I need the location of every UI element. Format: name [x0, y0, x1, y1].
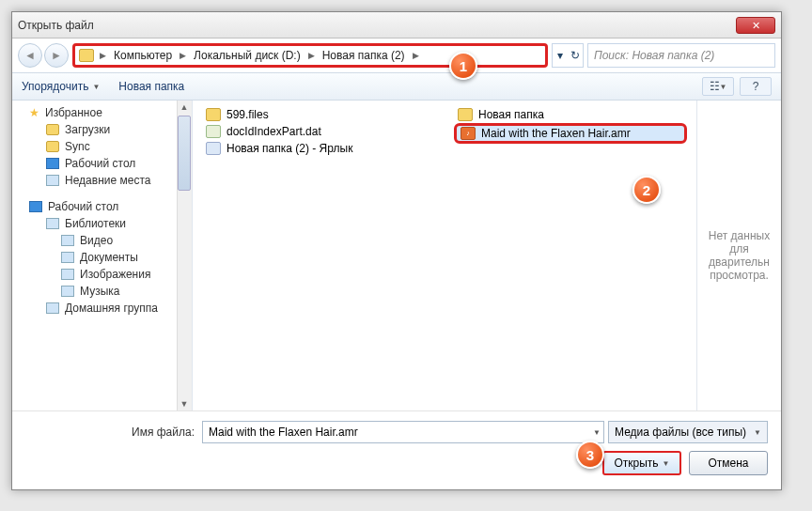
- address-controls: ▾ ↻: [552, 43, 584, 68]
- sidebar-video[interactable]: Видео: [12, 232, 192, 249]
- cancel-button[interactable]: Отмена: [689, 451, 768, 475]
- scroll-up-icon[interactable]: ▲: [178, 101, 191, 114]
- sidebar-homegroup[interactable]: Домашняя группа: [12, 300, 192, 317]
- help-button[interactable]: ?: [740, 77, 772, 96]
- nav-buttons: ◄ ►: [18, 43, 69, 68]
- preview-pane: Нет данных для дварительн просмотра.: [696, 101, 781, 410]
- sidebar-documents[interactable]: Документы: [12, 249, 192, 266]
- view-options-button[interactable]: ☷ ▼: [702, 77, 734, 96]
- folder-icon: [458, 108, 473, 121]
- chevron-down-icon: ▼: [754, 428, 761, 437]
- chevron-right-icon: ▶: [306, 51, 317, 60]
- pictures-icon: [61, 269, 74, 280]
- homegroup-icon: [46, 302, 59, 314]
- shortcut-icon: [206, 142, 221, 155]
- crumb-folder[interactable]: Новая папка (2): [320, 47, 407, 64]
- dat-file-icon: [206, 125, 221, 138]
- close-button[interactable]: ✕: [736, 17, 775, 34]
- dropdown-icon[interactable]: ▾: [553, 44, 568, 67]
- sidebar-pictures[interactable]: Изображения: [12, 266, 192, 283]
- annotation-badge-3: 3: [576, 441, 604, 469]
- refresh-icon[interactable]: ↻: [568, 44, 583, 67]
- file-column-2: Новая папка ♪Maid with the Flaxen Hair.a…: [445, 101, 696, 410]
- sidebar-libraries[interactable]: Библиотеки: [12, 215, 192, 232]
- file-item[interactable]: Новая папка: [454, 106, 687, 123]
- folder-icon: [206, 108, 221, 121]
- sidebar-music[interactable]: Музыка: [12, 283, 192, 300]
- desktop-icon: [29, 201, 42, 212]
- file-column-1: 599.files docIdIndexPart.dat Новая папка…: [193, 101, 445, 410]
- file-item[interactable]: Новая папка (2) - Ярлык: [202, 140, 435, 157]
- documents-icon: [61, 252, 74, 263]
- sidebar-favorites[interactable]: ★Избранное: [12, 104, 192, 121]
- sidebar-scrollbar[interactable]: ▲ ▼: [177, 101, 192, 410]
- sidebar-downloads[interactable]: Загрузки: [12, 121, 192, 138]
- amr-file-icon: ♪: [461, 127, 476, 140]
- crumb-computer[interactable]: Компьютер: [112, 47, 174, 64]
- nav-row: ◄ ► ▶ Компьютер ▶ Локальный диск (D:) ▶ …: [12, 39, 781, 72]
- star-icon: ★: [29, 106, 39, 119]
- recent-icon: [46, 175, 59, 186]
- library-icon: [46, 218, 59, 229]
- open-button[interactable]: Открыть ▼: [602, 451, 681, 475]
- new-folder-button[interactable]: Новая папка: [118, 80, 184, 93]
- dialog-body: ★Избранное Загрузки Sync Рабочий стол Не…: [12, 101, 781, 410]
- toolbar: Упорядочить ▼ Новая папка ☷ ▼ ?: [12, 72, 781, 101]
- filename-row: Имя файла: ▼ Медиа файлы (все типы)▼: [25, 421, 768, 443]
- chevron-right-icon: ▶: [98, 51, 108, 60]
- annotation-badge-1: 1: [449, 52, 477, 80]
- search-placeholder: Поиск: Новая папка (2): [594, 49, 714, 62]
- back-button[interactable]: ◄: [18, 43, 42, 68]
- computer-icon: [79, 49, 94, 62]
- scroll-thumb[interactable]: [178, 116, 191, 191]
- window-title: Открыть файл: [18, 19, 736, 32]
- sidebar: ★Избранное Загрузки Sync Рабочий стол Не…: [12, 101, 193, 410]
- titlebar: Открыть файл ✕: [12, 12, 781, 39]
- file-item[interactable]: docIdIndexPart.dat: [202, 123, 435, 140]
- forward-button[interactable]: ►: [44, 43, 69, 68]
- organize-button[interactable]: Упорядочить ▼: [22, 80, 100, 93]
- chevron-right-icon: ▶: [178, 51, 188, 60]
- file-item-selected[interactable]: ♪Maid with the Flaxen Hair.amr: [454, 123, 687, 144]
- sidebar-recent[interactable]: Недавние места: [12, 172, 192, 189]
- open-file-dialog: Открыть файл ✕ ◄ ► ▶ Компьютер ▶ Локальн…: [11, 11, 782, 490]
- search-input[interactable]: Поиск: Новая папка (2): [587, 43, 775, 68]
- filename-input[interactable]: [202, 421, 604, 443]
- desktop-icon: [46, 158, 59, 169]
- sidebar-desktop-root[interactable]: Рабочий стол: [12, 198, 192, 215]
- button-row: Открыть ▼ Отмена: [25, 451, 768, 475]
- chevron-down-icon: ▼: [663, 459, 670, 468]
- scroll-down-icon[interactable]: ▼: [178, 397, 191, 410]
- folder-icon: [46, 141, 59, 152]
- filename-label: Имя файла:: [25, 426, 195, 439]
- annotation-badge-2: 2: [632, 176, 661, 204]
- preview-text: Нет данных для дварительн просмотра.: [701, 229, 777, 282]
- filetype-select[interactable]: Медиа файлы (все типы)▼: [608, 421, 768, 443]
- crumb-drive[interactable]: Локальный диск (D:): [192, 47, 303, 64]
- sidebar-desktop[interactable]: Рабочий стол: [12, 155, 192, 172]
- video-icon: [61, 235, 74, 246]
- footer: Имя файла: ▼ Медиа файлы (все типы)▼ Отк…: [12, 410, 781, 485]
- toolbar-right: ☷ ▼ ?: [702, 77, 772, 96]
- sidebar-sync[interactable]: Sync: [12, 138, 192, 155]
- chevron-down-icon: ▼: [92, 83, 100, 91]
- music-icon: [61, 286, 74, 297]
- folder-icon: [46, 124, 59, 135]
- chevron-down-icon[interactable]: ▼: [593, 428, 601, 437]
- chevron-right-icon: ▶: [411, 51, 421, 60]
- file-pane: 599.files docIdIndexPart.dat Новая папка…: [193, 101, 781, 410]
- file-item[interactable]: 599.files: [202, 106, 435, 123]
